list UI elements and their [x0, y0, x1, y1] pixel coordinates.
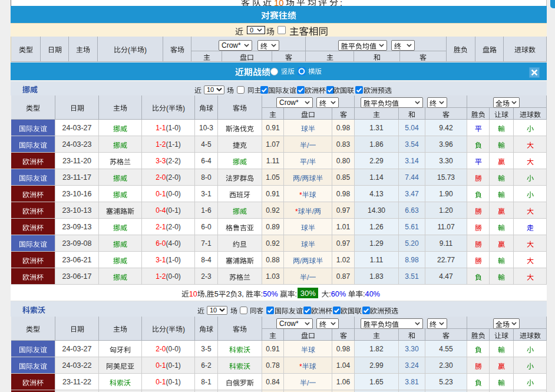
svg-text:/: / — [307, 157, 309, 166]
svg-text::: : — [261, 290, 263, 298]
svg-text:(: ( — [166, 325, 168, 334]
svg-text:(: ( — [166, 104, 168, 113]
svg-text:/: / — [312, 207, 314, 215]
svg-text:): ) — [182, 325, 184, 334]
svg-text:): ) — [182, 104, 184, 113]
svg-text:*: * — [299, 362, 302, 370]
svg-text:3,: 3, — [237, 290, 246, 298]
svg-text:5: 5 — [214, 290, 219, 298]
svg-text:(: ( — [128, 46, 130, 54]
svg-text:/: / — [300, 174, 302, 182]
svg-text:/: / — [307, 273, 309, 281]
svg-text:/: / — [307, 378, 309, 387]
svg-text:/: / — [300, 256, 302, 265]
svg-text:40%: 40% — [365, 290, 380, 298]
svg-text:2: 2 — [226, 290, 230, 298]
svg-text:50%: 50% — [263, 290, 278, 298]
svg-text:/: / — [307, 141, 309, 149]
svg-text:*: * — [299, 190, 302, 199]
svg-text::: : — [329, 290, 331, 298]
svg-text:10: 10 — [189, 290, 197, 298]
svg-text::: : — [363, 290, 365, 298]
svg-text:): ) — [144, 46, 147, 54]
svg-text:60%: 60% — [331, 290, 346, 298]
svg-text:*: * — [295, 207, 298, 215]
svg-text:,: , — [205, 290, 207, 298]
svg-text::: : — [295, 290, 298, 298]
